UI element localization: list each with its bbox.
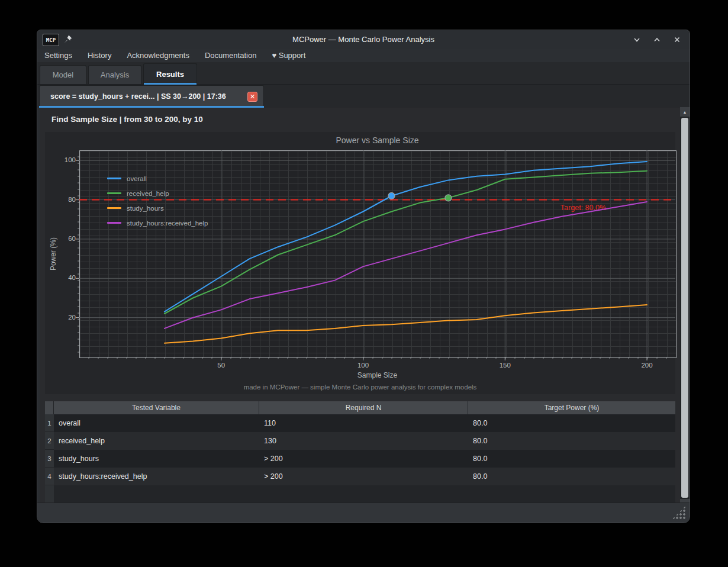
resize-grip-icon[interactable] xyxy=(672,505,686,520)
legend-swatch xyxy=(107,178,121,179)
titlebar: MCP MCPower — Monte Carlo Power Analysis xyxy=(37,30,690,49)
menu-item-acknowledgments[interactable]: Acknowledgments xyxy=(127,51,189,60)
table-row[interactable]: 1overall11080.0 xyxy=(45,414,675,432)
maximize-button[interactable] xyxy=(652,34,662,45)
menubar: SettingsHistoryAcknowledgmentsDocumentat… xyxy=(37,49,690,62)
chart-caption: made in MCPower — simple Monte Carlo pow… xyxy=(45,384,675,391)
cell-target-power: 80.0 xyxy=(468,432,675,450)
power-chart-figure: Power vs Sample Size Target: 80.0% overa… xyxy=(45,132,675,394)
tabbar: ModelAnalysisResults xyxy=(37,62,690,85)
y-axis-label: Power (%) xyxy=(49,207,57,301)
cell-tested-variable: overall xyxy=(54,414,259,432)
x-axis-label: Sample Size xyxy=(79,371,675,379)
tab-analysis[interactable]: Analysis xyxy=(88,65,141,84)
vertical-scrollbar[interactable]: ▲ ▼ xyxy=(680,107,690,508)
y-tick-label: 20 xyxy=(52,314,76,321)
scroll-up-icon[interactable]: ▲ xyxy=(680,107,690,117)
menu-item-documentation[interactable]: Documentation xyxy=(205,51,256,60)
row-number[interactable]: 4 xyxy=(45,468,54,485)
legend-item-study-hours-received-help: study_hours:received_help xyxy=(107,215,208,230)
status-strip xyxy=(37,502,690,523)
x-tick-label: 200 xyxy=(629,362,665,369)
cell-target-power: 80.0 xyxy=(468,468,675,485)
menu-item-history[interactable]: History xyxy=(88,51,111,60)
cell-required-n: > 200 xyxy=(259,450,468,468)
legend-swatch xyxy=(107,222,121,224)
pin-icon[interactable] xyxy=(63,34,73,44)
legend-label: overall xyxy=(127,175,147,182)
legend-item-received-help: received_help xyxy=(107,186,208,201)
app-icon-text: MCP xyxy=(46,37,56,43)
menu-item-settings[interactable]: Settings xyxy=(44,51,72,60)
tab-results[interactable]: Results xyxy=(143,63,197,85)
table-row[interactable]: 2received_help13080.0 xyxy=(45,432,675,450)
cell-tested-variable: study_hours:received_help xyxy=(54,468,259,485)
cell-target-power: 80.0 xyxy=(468,450,675,468)
y-tick-label: 60 xyxy=(52,235,76,242)
table-row[interactable]: 4study_hours:received_help> 20080.0 xyxy=(45,468,675,485)
column-header-required-n[interactable]: Required N xyxy=(259,401,468,414)
chart-legend: overallreceived_helpstudy_hoursstudy_hou… xyxy=(107,171,208,230)
y-tick-label: 100 xyxy=(52,156,76,163)
x-tick-label: 100 xyxy=(346,362,381,369)
cell-required-n: > 200 xyxy=(259,468,468,485)
close-button[interactable] xyxy=(672,34,682,45)
series-line-overall xyxy=(165,162,647,312)
result-tab-label: score = study_hours + recei... | SS 30→2… xyxy=(50,92,247,101)
legend-label: study_hours:received_help xyxy=(127,220,208,227)
row-number[interactable]: 1 xyxy=(45,414,54,432)
cell-tested-variable: received_help xyxy=(54,432,259,450)
legend-item-overall: overall xyxy=(107,171,208,186)
cell-required-n: 110 xyxy=(259,414,468,432)
row-number[interactable]: 3 xyxy=(45,450,54,468)
column-header-target-power[interactable]: Target Power (%) xyxy=(468,401,675,414)
legend-item-study-hours: study_hours xyxy=(107,201,208,215)
table-corner xyxy=(45,401,54,414)
results-table: Tested Variable Required N Target Power … xyxy=(45,401,675,502)
window-title: MCPower — Monte Carlo Power Analysis xyxy=(37,35,690,44)
result-tab-close-icon[interactable]: ✕ xyxy=(247,92,257,102)
y-tick-label: 80 xyxy=(52,196,76,203)
column-header-tested-variable[interactable]: Tested Variable xyxy=(54,401,259,414)
required-n-marker-overall xyxy=(388,192,395,199)
result-tabbar: score = study_hours + recei... | SS 30→2… xyxy=(37,85,690,108)
legend-swatch xyxy=(107,207,121,209)
tab-model[interactable]: Model xyxy=(40,65,86,84)
minimize-button[interactable] xyxy=(632,34,642,45)
required-n-marker-received-help xyxy=(445,195,452,201)
result-tab[interactable]: score = study_hours + recei... | SS 30→2… xyxy=(39,85,264,107)
y-tick-label: 40 xyxy=(52,274,76,281)
row-number[interactable]: 2 xyxy=(45,432,54,450)
cell-required-n: 130 xyxy=(259,432,468,450)
results-panel: Find Sample Size | from 30 to 200, by 10… xyxy=(40,108,680,502)
table-row[interactable]: 3study_hours> 20080.0 xyxy=(45,450,675,468)
window-controls xyxy=(632,30,682,49)
series-line-received-help xyxy=(165,171,647,314)
table-header-row: Tested Variable Required N Target Power … xyxy=(45,401,675,414)
series-line-study-hours xyxy=(165,305,647,343)
menu-item-support[interactable]: ♥ Support xyxy=(272,51,305,60)
x-tick-label: 150 xyxy=(487,362,523,369)
cell-tested-variable: study_hours xyxy=(54,450,259,468)
legend-label: received_help xyxy=(127,190,169,197)
x-tick-label: 50 xyxy=(204,362,239,369)
cell-target-power: 80.0 xyxy=(468,414,675,432)
app-icon: MCP xyxy=(43,34,59,46)
app-window: MCP MCPower — Monte Carlo Power Analysis… xyxy=(37,30,690,523)
legend-label: study_hours xyxy=(127,205,164,212)
legend-swatch xyxy=(107,192,121,194)
scrollbar-thumb[interactable] xyxy=(681,118,688,498)
results-heading: Find Sample Size | from 30 to 200, by 10 xyxy=(51,115,203,124)
